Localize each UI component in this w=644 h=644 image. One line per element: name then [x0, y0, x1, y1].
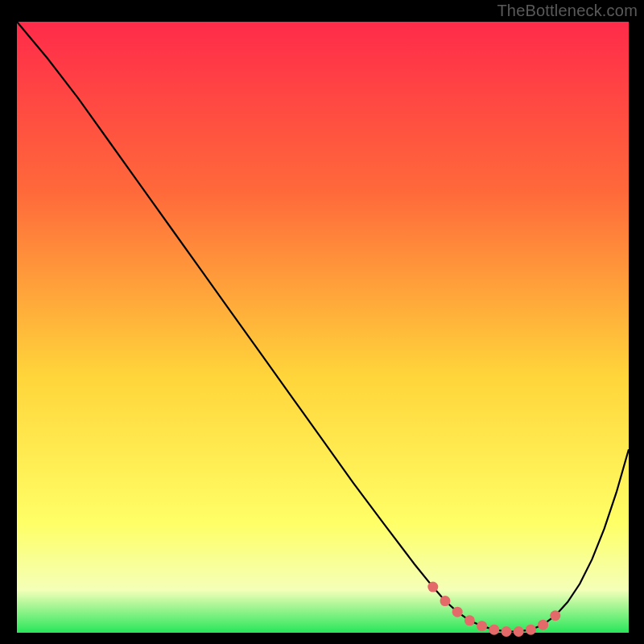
- curve-marker: [526, 625, 536, 635]
- curve-marker: [550, 610, 560, 621]
- curve-marker: [452, 607, 463, 617]
- curve-marker: [489, 625, 499, 635]
- curve-marker: [440, 596, 451, 606]
- curve-marker: [464, 615, 475, 625]
- curve-marker: [477, 621, 487, 631]
- watermark-text: TheBottleneck.com: [497, 2, 638, 20]
- curve-marker: [514, 626, 524, 637]
- bottleneck-chart: [0, 0, 644, 644]
- curve-marker: [502, 626, 512, 637]
- curve-marker: [427, 582, 438, 592]
- plot-background: [17, 22, 629, 633]
- curve-marker: [538, 620, 548, 630]
- chart-frame: { "watermark": "TheBottleneck.com", "col…: [0, 0, 644, 644]
